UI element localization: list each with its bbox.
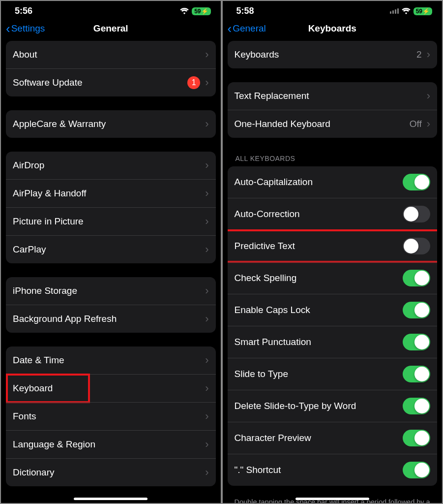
row-label: Text Replacement xyxy=(235,91,309,101)
status-right: 59⚡ xyxy=(180,7,210,15)
toggle-auto-correction[interactable] xyxy=(403,206,430,222)
row-auto-capitalization[interactable]: Auto-Capitalization xyxy=(228,166,438,198)
content-right: Keyboards2›Text Replacement›One-Handed K… xyxy=(223,41,443,503)
toggle-auto-capitalization[interactable] xyxy=(403,174,430,190)
row-label: Picture in Picture xyxy=(13,216,84,227)
section-header: ALL KEYBOARDS xyxy=(228,152,438,166)
row-character-preview[interactable]: Character Preview xyxy=(228,422,438,454)
cellular-icon xyxy=(390,8,399,14)
row-picture-in-picture[interactable]: Picture in Picture› xyxy=(6,207,216,235)
toggle-delete-slide-to-type-by-word[interactable] xyxy=(403,398,430,414)
chevron-right-icon: › xyxy=(427,90,430,102)
row-label: AppleCare & Warranty xyxy=(13,119,106,129)
row-auto-correction[interactable]: Auto-Correction xyxy=(228,198,438,230)
settings-group: Auto-CapitalizationAuto-CorrectionPredic… xyxy=(228,166,438,486)
chevron-right-icon: › xyxy=(205,118,208,130)
settings-group: Text Replacement›One-Handed KeyboardOff› xyxy=(228,82,438,138)
row-shortcut[interactable]: "." Shortcut xyxy=(228,454,438,486)
toggle-smart-punctuation[interactable] xyxy=(403,334,430,350)
content-left: About›Software Update1›AppleCare & Warra… xyxy=(1,41,221,503)
chevron-right-icon: › xyxy=(427,118,430,130)
row-label: AirPlay & Handoff xyxy=(13,188,87,199)
row-smart-punctuation[interactable]: Smart Punctuation xyxy=(228,326,438,358)
row-label: Slide to Type xyxy=(235,369,289,379)
status-time: 5:58 xyxy=(236,6,254,16)
chevron-right-icon: › xyxy=(205,313,208,325)
row-one-handed-keyboard[interactable]: One-Handed KeyboardOff› xyxy=(228,110,438,138)
row-keyboards[interactable]: Keyboards2› xyxy=(228,41,438,68)
row-label: CarPlay xyxy=(13,244,46,255)
toggle-check-spelling[interactable] xyxy=(403,270,430,286)
row-carplay[interactable]: CarPlay› xyxy=(6,235,216,263)
row-fonts[interactable]: Fonts› xyxy=(6,402,216,430)
row-enable-caps-lock[interactable]: Enable Caps Lock xyxy=(228,294,438,326)
chevron-right-icon: › xyxy=(205,187,208,200)
row-background-app-refresh[interactable]: Background App Refresh› xyxy=(6,305,216,333)
toggle-predictive-text[interactable] xyxy=(403,238,430,254)
chevron-right-icon: › xyxy=(205,284,208,297)
phone-right: 5:58 59⚡ ‹ General Keyboards Keyboards2›… xyxy=(223,1,443,503)
row-airplay-handoff[interactable]: AirPlay & Handoff› xyxy=(6,179,216,207)
toggle-shortcut[interactable] xyxy=(403,462,430,478)
row-label: Keyboard xyxy=(13,383,53,394)
home-indicator[interactable] xyxy=(295,498,369,500)
battery-icon: 59⚡ xyxy=(413,7,432,15)
settings-group: Date & Time›Keyboard›Fonts›Language & Re… xyxy=(6,346,216,486)
row-label: Enable Caps Lock xyxy=(235,305,310,315)
settings-group: About›Software Update1› xyxy=(6,41,216,96)
row-check-spelling[interactable]: Check Spelling xyxy=(228,262,438,294)
row-text-replacement[interactable]: Text Replacement› xyxy=(228,82,438,110)
row-date-time[interactable]: Date & Time› xyxy=(6,346,216,374)
chevron-right-icon: › xyxy=(205,215,208,228)
row-label: Smart Punctuation xyxy=(235,337,311,347)
row-airdrop[interactable]: AirDrop› xyxy=(6,152,216,179)
row-slide-to-type[interactable]: Slide to Type xyxy=(228,358,438,390)
row-label: About xyxy=(13,49,37,60)
chevron-right-icon: › xyxy=(205,382,208,395)
chevron-right-icon: › xyxy=(205,466,208,479)
toggle-character-preview[interactable] xyxy=(403,430,430,446)
toggle-enable-caps-lock[interactable] xyxy=(403,302,430,318)
back-label: Settings xyxy=(11,23,45,34)
back-button[interactable]: ‹ General xyxy=(228,22,297,35)
status-time: 5:56 xyxy=(15,6,32,16)
nav-bar: ‹ General Keyboards xyxy=(223,18,443,41)
row-keyboard[interactable]: Keyboard› xyxy=(6,374,216,402)
row-label: Keyboards xyxy=(235,49,279,60)
row-label: Auto-Capitalization xyxy=(235,177,313,188)
chevron-right-icon: › xyxy=(205,438,208,451)
chevron-right-icon: › xyxy=(205,243,208,256)
status-bar: 5:58 59⚡ xyxy=(223,1,443,18)
row-applecare-warranty[interactable]: AppleCare & Warranty› xyxy=(6,110,216,138)
notification-badge: 1 xyxy=(187,76,200,89)
row-label: Character Preview xyxy=(235,433,311,443)
row-language-region[interactable]: Language & Region› xyxy=(6,430,216,458)
settings-group: AppleCare & Warranty› xyxy=(6,110,216,138)
row-label: Auto-Correction xyxy=(235,209,300,220)
phone-left: 5:56 59⚡ ‹ Settings General About›Softwa… xyxy=(1,1,221,503)
settings-group: AirDrop›AirPlay & Handoff›Picture in Pic… xyxy=(6,152,216,263)
row-predictive-text[interactable]: Predictive Text xyxy=(228,230,438,262)
row-software-update[interactable]: Software Update1› xyxy=(6,68,216,96)
row-value: 2 xyxy=(416,49,422,60)
battery-icon: 59⚡ xyxy=(192,7,210,15)
chevron-left-icon: ‹ xyxy=(6,22,10,35)
row-about[interactable]: About› xyxy=(6,41,216,68)
chevron-right-icon: › xyxy=(205,410,208,423)
row-iphone-storage[interactable]: iPhone Storage› xyxy=(6,277,216,305)
chevron-right-icon: › xyxy=(205,48,208,61)
status-right: 59⚡ xyxy=(390,7,432,15)
home-indicator[interactable] xyxy=(74,498,148,500)
chevron-left-icon: ‹ xyxy=(228,22,232,35)
chevron-right-icon: › xyxy=(205,354,208,367)
row-label: Check Spelling xyxy=(235,273,297,284)
row-label: Predictive Text xyxy=(235,241,295,252)
wifi-icon xyxy=(402,8,411,14)
back-button[interactable]: ‹ Settings xyxy=(6,22,76,35)
toggle-slide-to-type[interactable] xyxy=(403,366,430,382)
row-delete-slide-to-type-by-word[interactable]: Delete Slide-to-Type by Word xyxy=(228,390,438,422)
row-dictionary[interactable]: Dictionary› xyxy=(6,458,216,486)
row-label: Language & Region xyxy=(13,439,95,450)
row-value: Off xyxy=(410,119,422,129)
row-label: iPhone Storage xyxy=(13,285,77,296)
